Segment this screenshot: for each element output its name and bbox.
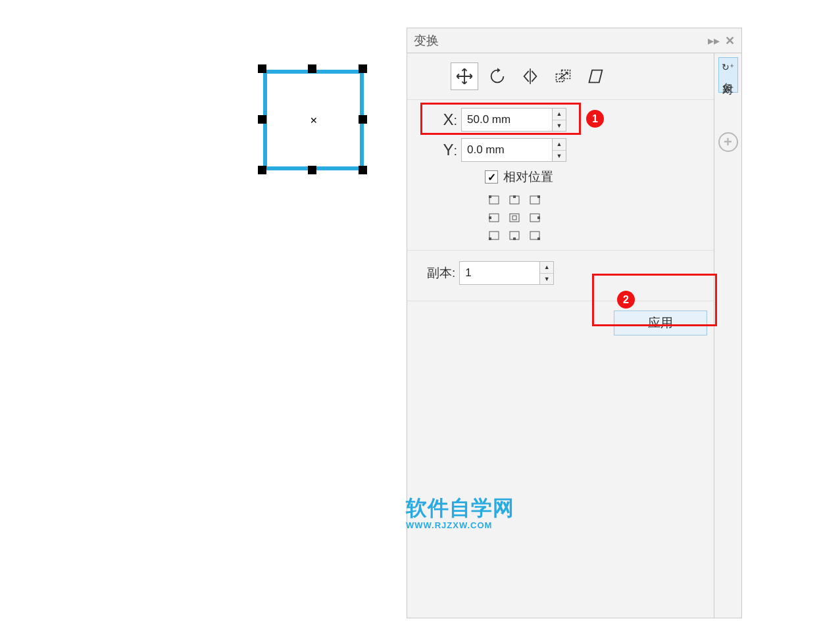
svg-rect-15: [489, 237, 491, 240]
relative-label: 相对位置: [503, 168, 553, 186]
anchor-br[interactable]: [526, 228, 544, 243]
mirror-icon: [521, 67, 539, 86]
anchor-mm[interactable]: [505, 210, 524, 226]
apply-button[interactable]: 应用: [614, 310, 707, 335]
svg-rect-19: [537, 237, 540, 240]
side-tab-object[interactable]: ↻⁺ 对象: [718, 57, 738, 93]
copies-label: 副本:: [427, 264, 455, 282]
skew-mode-button[interactable]: [582, 62, 610, 90]
side-tab-arrow-icon: ↻⁺: [722, 62, 734, 72]
rotate-mode-button[interactable]: [484, 62, 511, 90]
anchor-tm[interactable]: [505, 192, 524, 208]
docker-titlebar: 变换 ▸▸ ✕: [407, 28, 741, 53]
handle-top-left[interactable]: [258, 64, 266, 73]
svg-rect-3: [489, 195, 491, 198]
x-row: X: ▲ ▼: [436, 108, 707, 132]
handle-middle-left[interactable]: [258, 115, 266, 124]
docker-side-tabs: ↻⁺ 对象 +: [714, 53, 741, 618]
copies-input[interactable]: [459, 261, 539, 285]
position-fields: 1 X: ▲ ▼ Y:: [407, 100, 714, 251]
anchor-mr[interactable]: [526, 210, 544, 226]
anchor-ml[interactable]: [485, 210, 503, 226]
svg-rect-17: [513, 237, 516, 240]
copies-spin-up[interactable]: ▲: [540, 262, 553, 274]
docker-main: 1 X: ▲ ▼ Y:: [407, 53, 714, 618]
skew-icon: [587, 67, 605, 86]
collapse-icon[interactable]: ▸▸: [708, 34, 720, 48]
position-mode-button[interactable]: [451, 62, 478, 90]
docker-title: 变换: [414, 32, 703, 49]
selected-rectangle[interactable]: ✕: [263, 70, 364, 170]
apply-block: 应用: [407, 301, 714, 345]
relative-checkbox[interactable]: ✓: [485, 170, 498, 184]
position-icon: [455, 67, 474, 86]
copies-spinner: ▲ ▼: [539, 261, 554, 285]
anchor-tl[interactable]: [485, 192, 503, 208]
y-spin-down[interactable]: ▼: [553, 151, 566, 162]
anchor-bm[interactable]: [505, 228, 524, 243]
svg-rect-11: [512, 216, 516, 220]
svg-rect-5: [513, 195, 516, 198]
x-spinner: ▲ ▼: [552, 108, 566, 132]
svg-rect-13: [537, 216, 540, 219]
handle-bottom-middle[interactable]: [308, 166, 316, 174]
x-spin-down[interactable]: ▼: [553, 120, 566, 132]
anchor-grid: [485, 192, 707, 243]
x-input[interactable]: [461, 108, 552, 132]
mirror-mode-button[interactable]: [516, 62, 544, 90]
copies-spin-down[interactable]: ▼: [540, 274, 553, 285]
svg-rect-7: [537, 195, 540, 198]
handle-bottom-left[interactable]: [258, 166, 266, 174]
y-spinner: ▲ ▼: [552, 138, 566, 162]
y-input[interactable]: [461, 138, 552, 162]
handle-top-right[interactable]: [359, 64, 367, 73]
watermark: 软件自学网 WWW.RJZXW.COM: [406, 494, 514, 530]
anchor-bl[interactable]: [485, 228, 503, 243]
svg-rect-10: [510, 214, 519, 222]
transform-mode-row: [407, 53, 714, 100]
y-label: Y:: [436, 141, 461, 159]
anchor-tr[interactable]: [526, 192, 544, 208]
canvas-selection: ✕: [250, 54, 382, 186]
x-spin-up[interactable]: ▲: [553, 109, 566, 120]
svg-rect-9: [489, 216, 491, 219]
close-icon[interactable]: ✕: [725, 34, 735, 48]
size-mode-button[interactable]: [549, 62, 577, 90]
handle-bottom-right[interactable]: [359, 166, 367, 174]
relative-row: ✓ 相对位置: [485, 168, 707, 186]
copies-block: 副本: ▲ ▼: [407, 251, 714, 301]
center-mark-icon: ✕: [310, 115, 318, 126]
x-label: X:: [436, 111, 461, 129]
rotate-icon: [488, 67, 507, 86]
y-spin-up[interactable]: ▲: [553, 139, 566, 151]
handle-middle-right[interactable]: [359, 115, 367, 124]
watermark-line1: 软件自学网: [406, 494, 514, 523]
y-row: Y: ▲ ▼: [436, 138, 707, 162]
size-icon: [554, 67, 572, 86]
handle-top-middle[interactable]: [308, 64, 316, 73]
add-docker-button[interactable]: +: [718, 132, 738, 152]
